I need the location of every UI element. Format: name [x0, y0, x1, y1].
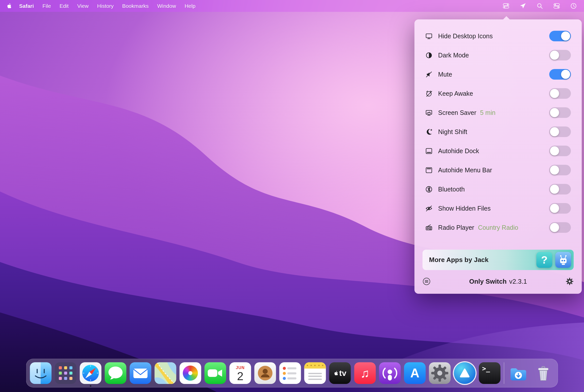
- dock-mail[interactable]: [130, 362, 151, 384]
- dock-terminal[interactable]: >_: [479, 362, 501, 384]
- toggle-label: Hide Desktop Icons: [438, 32, 493, 40]
- settings-button[interactable]: [565, 277, 574, 286]
- panel-footer: Only Switchv2.3.1: [422, 277, 574, 286]
- bluetooth-toggle[interactable]: [549, 184, 571, 194]
- dock-maps[interactable]: [155, 362, 176, 384]
- mute-icon: [424, 71, 434, 78]
- dark-mode-icon: [424, 51, 434, 59]
- notes-icon-lines: [304, 369, 326, 384]
- keep-awake-toggle[interactable]: [549, 88, 571, 99]
- gear-icon: [565, 277, 574, 286]
- show-hidden-files-icon: [424, 205, 434, 212]
- toggle-knob: [550, 166, 559, 175]
- hide-desktop-icons-icon: [424, 32, 434, 40]
- only-switch-panel: Hide Desktop Icons Dark Mode Mute Keep A…: [414, 19, 582, 294]
- more-apps-banner[interactable]: More Apps by Jack ?: [423, 250, 574, 270]
- photos-icon: [183, 366, 198, 381]
- more-apps-label: More Apps by Jack: [429, 256, 489, 264]
- location-icon[interactable]: [520, 3, 526, 9]
- dock-messages[interactable]: [105, 362, 126, 384]
- row-autohide-menu-bar: Autohide Menu Bar: [414, 160, 582, 180]
- radio-player-toggle[interactable]: [549, 222, 571, 233]
- desktop: { "menu_bar": { "app_name": "Safari", "m…: [0, 0, 584, 392]
- apple-logo-icon: [334, 371, 338, 376]
- toggle-label: Bluetooth: [438, 186, 465, 193]
- menu-help[interactable]: Help: [180, 0, 200, 12]
- dock-system-preferences[interactable]: [429, 362, 451, 384]
- row-screen-saver: Screen Saver 5 min: [414, 103, 582, 122]
- autohide-menubar-icon: [424, 166, 434, 174]
- spotlight-icon[interactable]: [536, 3, 543, 9]
- dock-only-switch[interactable]: [454, 362, 476, 384]
- dock-trash[interactable]: [533, 362, 554, 384]
- toggle-knob: [550, 146, 559, 155]
- dock-music[interactable]: ♫: [354, 362, 376, 384]
- menu-app-name[interactable]: Safari: [15, 0, 38, 12]
- notes-icon-header: [304, 362, 326, 369]
- hide-desktop-icons-toggle[interactable]: [549, 31, 571, 41]
- toggle-knob: [550, 185, 559, 194]
- robot-icon: [558, 254, 569, 266]
- contacts-icon: [254, 362, 276, 384]
- toggle-label: Autohide Dock: [438, 147, 479, 155]
- gears-icon: [429, 362, 451, 384]
- dock-contacts[interactable]: [254, 362, 276, 384]
- clock-icon[interactable]: [570, 3, 577, 9]
- dock-facetime[interactable]: [205, 362, 226, 384]
- menu-history[interactable]: History: [93, 0, 118, 12]
- toggle-knob: [550, 108, 559, 117]
- toggle-label: Mute: [438, 71, 452, 78]
- facetime-icon: [205, 362, 226, 384]
- safari-icon: [80, 362, 102, 384]
- menu-edit[interactable]: Edit: [55, 0, 73, 12]
- dock-tv[interactable]: tv: [329, 362, 351, 384]
- dock-photos[interactable]: [180, 362, 201, 384]
- dock-finder[interactable]: [30, 362, 52, 384]
- question-app-icon[interactable]: ?: [536, 252, 552, 268]
- row-mute: Mute: [414, 65, 582, 84]
- toggle-label: Keep Awake: [438, 90, 473, 97]
- toggle-label: Night Shift: [438, 128, 467, 136]
- toggle-knob: [561, 70, 570, 79]
- dock-launchpad[interactable]: [55, 362, 77, 384]
- apple-menu[interactable]: [7, 3, 11, 9]
- screen-saver-icon: [424, 109, 434, 117]
- show-hidden-files-toggle[interactable]: [549, 203, 571, 214]
- dock-app-store[interactable]: A: [404, 362, 426, 384]
- dock-separator: [504, 362, 504, 384]
- autohide-menu-bar-toggle[interactable]: [549, 165, 571, 175]
- row-dark-mode: Dark Mode: [414, 46, 582, 65]
- bluetooth-icon: [424, 185, 434, 193]
- menu-file[interactable]: File: [38, 0, 55, 12]
- messages-icon: [105, 362, 126, 384]
- dock-podcasts[interactable]: [379, 362, 401, 384]
- toggle-detail: Country Radio: [478, 224, 518, 231]
- menu-bookmarks[interactable]: Bookmarks: [118, 0, 153, 12]
- autohide-dock-icon: [424, 147, 434, 155]
- menu-list-button[interactable]: [422, 277, 431, 286]
- control-center-icon[interactable]: [553, 3, 560, 9]
- toggle-knob: [550, 89, 559, 98]
- dark-mode-toggle[interactable]: [549, 50, 571, 60]
- dock-reminders[interactable]: [279, 362, 301, 384]
- toggle-knob: [550, 51, 559, 60]
- robot-app-icon[interactable]: [555, 252, 571, 268]
- only-switch-menubar-icon[interactable]: [503, 3, 509, 9]
- maps-icon: [155, 362, 176, 384]
- menu-window[interactable]: Window: [153, 0, 180, 12]
- menu-view[interactable]: View: [73, 0, 93, 12]
- dock-downloads[interactable]: [508, 362, 529, 384]
- night-shift-toggle[interactable]: [549, 126, 571, 137]
- mute-toggle[interactable]: [549, 69, 571, 80]
- mail-icon: [130, 362, 151, 384]
- dock-calendar[interactable]: JUN 2: [230, 362, 251, 384]
- autohide-dock-toggle[interactable]: [549, 146, 571, 156]
- downloads-folder-icon: [508, 362, 529, 384]
- podcasts-icon: [379, 362, 401, 384]
- dock-safari[interactable]: [80, 362, 102, 384]
- footer-version: v2.3.1: [509, 278, 527, 285]
- row-night-shift: Night Shift: [414, 122, 582, 141]
- dock-notes[interactable]: [304, 362, 326, 384]
- screen-saver-toggle[interactable]: [549, 107, 571, 118]
- toggle-label: Dark Mode: [438, 52, 469, 59]
